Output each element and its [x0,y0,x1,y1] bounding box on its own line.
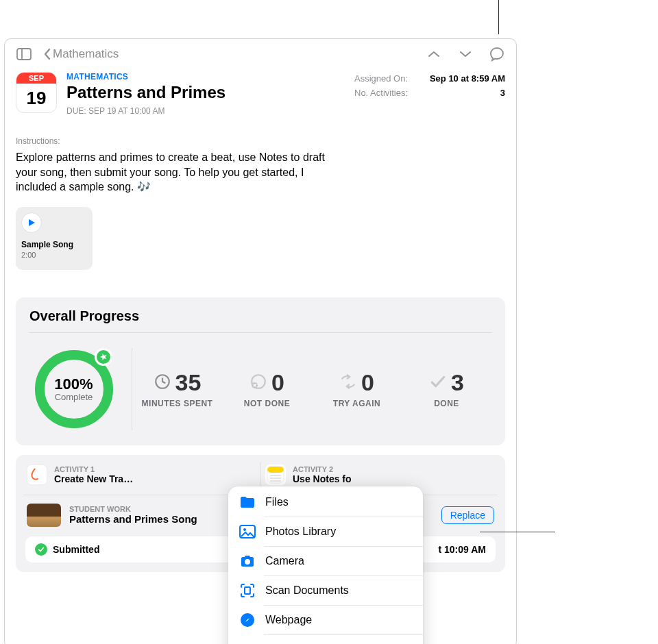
overall-progress-title: Overall Progress [29,308,491,333]
page-title: Patterns and Primes [66,83,345,102]
submitted-time: t 10:09 AM [438,544,486,555]
num-activities-value: 3 [500,88,505,98]
assignment-header: SEP 19 MATHEMATICS Patterns and Primes D… [5,69,516,116]
scan-icon [239,582,256,599]
instructions-body: Explore patterns and primes to create a … [16,150,345,195]
star-badge-icon [95,348,112,366]
clock-icon [154,369,171,396]
popover-item-camera[interactable]: Camera [228,547,423,575]
due-date-label: DUE: SEP 19 AT 10:00 AM [66,106,345,116]
activity-2[interactable]: ACTIVITY 2 Use Notes fo [261,462,498,488]
submitted-check-icon [35,543,47,556]
messages-button[interactable] [485,42,509,66]
attachment-title: Sample Song [21,240,87,249]
num-activities-key: No. Activities: [354,88,408,98]
photo-icon [239,523,256,540]
stat-not-done: 0 NOT DONE [222,369,312,408]
calendar-icon: SEP 19 [16,72,57,113]
student-work-title: Patterns and Primes Song [69,513,197,525]
progress-ring: 100% Complete [33,348,115,430]
callout-line-comments [498,0,499,34]
overall-progress-card: Overall Progress 100% Complete [16,297,505,445]
stat-minutes-spent: 35 MINUTES SPENT [132,369,222,408]
notes-icon [265,465,286,485]
sidebar-toggle-button[interactable] [12,42,36,66]
svg-marker-5 [100,354,107,360]
popover-item-webpage[interactable]: Webpage [228,606,423,634]
calendar-day: 19 [27,84,47,112]
assignment-meta: Assigned On: Sep 10 at 8:59 AM No. Activ… [354,72,505,116]
popover-item-scan[interactable]: Scan Documents [228,576,423,605]
svg-point-17 [243,528,246,531]
retry-icon [339,369,357,396]
activity-1[interactable]: ACTIVITY 1 Create New Tra… [23,462,260,488]
assigned-on-value: Sep 10 at 8:59 AM [430,73,505,84]
bookmark-icon [239,641,256,644]
student-work-kicker: STUDENT WORK [69,505,197,513]
calendar-month: SEP [16,73,56,84]
progress-percent: 100% [54,375,93,393]
back-label: Mathematics [53,47,119,61]
attachment-card[interactable]: Sample Song 2:00 [16,207,93,270]
app-window: Mathematics SEP 19 MATHEMATICS Patterns … [4,38,517,644]
safari-icon [239,612,256,628]
instructions-section: Instructions: Explore patterns and prime… [5,116,516,195]
camera-icon [239,553,256,569]
not-done-icon [249,369,267,396]
stat-try-again: 0 TRY AGAIN [312,369,402,408]
top-bar: Mathematics [5,39,516,69]
back-button[interactable]: Mathematics [43,47,119,61]
stat-done: 3 DONE [402,369,491,408]
popover-item-bookmarks[interactable]: Bookmarks [228,635,423,644]
callout-line-replace [480,532,555,532]
work-thumbnail-icon [27,504,61,527]
svg-rect-19 [245,587,250,594]
progress-percent-label: Complete [55,392,93,402]
garageband-icon [27,465,47,485]
svg-marker-2 [29,219,35,226]
svg-rect-0 [17,49,31,60]
folder-icon [239,494,256,510]
prev-button[interactable] [422,42,446,66]
instructions-label: Instructions: [16,136,505,146]
subject-label: MATHEMATICS [66,72,345,82]
play-icon[interactable] [21,212,42,233]
svg-point-18 [245,559,250,565]
attachment-duration: 2:00 [21,251,87,259]
popover-item-photos[interactable]: Photos Library [228,517,423,546]
submitted-label: Submitted [53,544,99,555]
check-icon [429,369,447,396]
svg-rect-12 [267,467,284,473]
popover-item-files[interactable]: Files [228,488,423,517]
replace-button[interactable]: Replace [441,506,494,524]
add-attachment-popover: Files Photos Library Camera Scan Documen… [228,486,423,644]
assigned-on-key: Assigned On: [354,73,408,84]
next-button[interactable] [453,42,478,66]
